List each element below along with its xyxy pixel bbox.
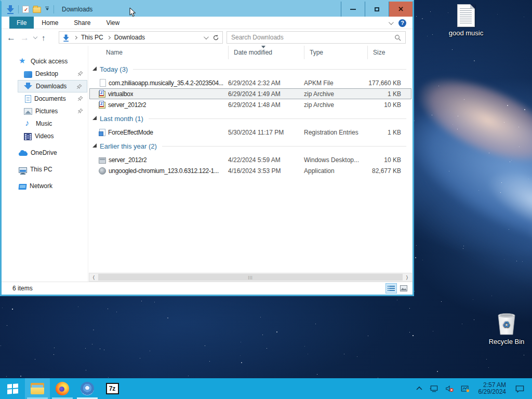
file-group: Earlier this year (2)server_2012r24/22/2… (88, 140, 413, 176)
desktop-icon (24, 71, 32, 78)
sidebar-item-downloads[interactable]: Downloads (18, 80, 87, 92)
pin-icon (77, 71, 83, 76)
address-dropdown-chevron-icon[interactable] (204, 34, 209, 39)
file-file-icon (100, 79, 106, 87)
explorer-window: Downloads ✕ FileHomeShareView ? ← → ↑ Th… (0, 0, 414, 296)
file-row[interactable]: server_2012r24/22/2024 5:59 AMWindows De… (89, 154, 411, 165)
address-bar[interactable]: This PC Downloads (59, 31, 223, 44)
file-row[interactable]: com.zhiliaoapp.musically_35.4.2-2023504.… (89, 77, 411, 88)
group-header[interactable]: Today (3) (88, 63, 413, 75)
file-list: Today (3)com.zhiliaoapp.musically_35.4.2… (88, 59, 413, 273)
ribbon-tab-share[interactable]: Share (66, 17, 98, 29)
breadcrumb-this-pc[interactable]: This PC (81, 34, 103, 41)
sidebar-item-desktop[interactable]: Desktop (2, 68, 88, 80)
scroll-right-arrow[interactable]: 〉 (403, 273, 411, 281)
taskbar-firefox[interactable] (50, 378, 75, 399)
tray-expand-chevron-icon[interactable] (416, 385, 423, 392)
status-bar: 6 items (2, 282, 413, 295)
taskbar-7zip[interactable]: 7z (100, 378, 125, 399)
ribbon-tab-file[interactable]: File (9, 17, 34, 29)
file-type: zip Archive (304, 90, 367, 98)
file-name-cell: ungoogled-chromium_123.0.6312.122-1... (90, 167, 228, 175)
close-button[interactable]: ✕ (389, 2, 413, 17)
sidebar-item-pictures[interactable]: Pictures (2, 105, 88, 117)
ribbon-tab-home[interactable]: Home (34, 17, 66, 29)
pc-icon (19, 167, 27, 173)
group-header[interactable]: Earlier this year (2) (88, 140, 413, 152)
sidebar-item-music[interactable]: Music (2, 117, 88, 130)
collapse-triangle-icon[interactable] (92, 143, 97, 148)
zip-file-icon (99, 91, 105, 98)
window-title: Downloads (62, 6, 92, 13)
new-folder-icon[interactable] (33, 7, 41, 13)
file-row[interactable]: ForceEffectMode5/30/2024 11:17 PMRegistr… (89, 127, 411, 138)
firefox-icon (56, 382, 69, 395)
sidebar-item-label: This PC (30, 166, 52, 173)
properties-icon[interactable] (22, 6, 29, 13)
back-button[interactable]: ← (7, 33, 16, 42)
collapse-triangle-icon[interactable] (92, 116, 97, 120)
file-name-cell: server_2012r2 (90, 156, 228, 164)
column-header-name[interactable]: Name (88, 46, 229, 59)
column-header-date-modified[interactable]: Date modified (229, 46, 304, 59)
details-view-button[interactable] (385, 283, 397, 294)
taskbar-file-explorer[interactable] (25, 378, 50, 399)
large-icons-view-button[interactable] (398, 283, 409, 294)
file-row[interactable]: ungoogled-chromium_123.0.6312.122-1...4/… (89, 165, 411, 176)
column-header-type[interactable]: Type (304, 46, 368, 59)
navigation-bar: ← → ↑ This PC Downloads (2, 29, 413, 46)
file-row[interactable]: server_2012r26/29/2024 1:48 AMzip Archiv… (89, 99, 411, 110)
help-icon[interactable]: ? (398, 19, 406, 27)
refresh-icon[interactable] (212, 34, 219, 41)
recent-locations-chevron-icon[interactable] (33, 34, 37, 38)
desktop-icon-label: good music (446, 29, 486, 37)
column-header-size[interactable]: Size (368, 46, 413, 59)
chromium-icon (81, 382, 94, 395)
maximize-button[interactable] (365, 2, 389, 17)
sidebar-item-network[interactable]: Network (2, 180, 88, 192)
horizontal-scrollbar[interactable]: 〈 ||| 〉 (89, 273, 412, 282)
breadcrumb-downloads[interactable]: Downloads (114, 34, 145, 41)
file-type: Registration Entries (304, 129, 367, 136)
search-box[interactable] (227, 31, 406, 44)
sidebar-item-quick-access[interactable]: Quick access (2, 55, 88, 68)
group-header[interactable]: Last month (1) (88, 113, 413, 124)
group-label: Today (3) (100, 65, 128, 73)
scroll-left-arrow[interactable]: 〈 (89, 273, 98, 281)
file-name: ungoogled-chromium_123.0.6312.122-1... (109, 167, 219, 175)
desktop-icon-good-music[interactable]: good music (446, 4, 486, 37)
windows-logo-icon (7, 383, 18, 394)
sidebar-item-onedrive[interactable]: OneDrive (2, 147, 88, 159)
file-row[interactable]: virtualbox6/29/2024 1:49 AMzip Archive1 … (89, 88, 411, 99)
pic-icon (24, 108, 32, 115)
desktop-icon-label: Recycle Bin (487, 338, 526, 345)
search-input[interactable] (227, 34, 394, 41)
desktop-icon-recycle-bin[interactable]: ♻ Recycle Bin (487, 311, 526, 345)
cloud-icon (19, 149, 28, 157)
pin-icon (77, 96, 83, 101)
file-date: 4/22/2024 5:59 AM (228, 156, 304, 164)
network-icon[interactable] (430, 384, 438, 393)
sidebar-item-label: Pictures (35, 108, 58, 115)
file-name: com.zhiliaoapp.musically_35.4.2-2023504.… (109, 79, 223, 87)
expand-ribbon-chevron-icon[interactable] (389, 20, 394, 25)
taskbar-clock[interactable]: 2:57 AM 6/29/2024 (478, 382, 506, 395)
sidebar-item-documents[interactable]: Documents (2, 92, 88, 105)
sidebar-item-videos[interactable]: Videos (2, 130, 88, 142)
collapse-triangle-icon[interactable] (92, 66, 97, 71)
volume-muted-icon[interactable] (445, 384, 454, 393)
minimize-button[interactable] (341, 2, 365, 17)
ribbon-tab-view[interactable]: View (98, 17, 127, 29)
start-button[interactable] (0, 378, 25, 399)
search-icon[interactable] (394, 34, 401, 41)
title-bar[interactable]: Downloads ✕ (2, 2, 413, 17)
scrollbar-thumb[interactable]: ||| (98, 274, 403, 281)
sidebar-item-this-pc[interactable]: This PC (2, 163, 88, 176)
forward-button[interactable]: → (20, 33, 29, 42)
customize-qat-chevron-icon[interactable] (45, 7, 50, 12)
action-center-icon[interactable] (515, 384, 525, 393)
up-button[interactable]: ↑ (42, 34, 46, 42)
security-icon[interactable] (461, 384, 470, 393)
group-label: Last month (1) (100, 115, 143, 123)
taskbar-chromium[interactable] (75, 378, 100, 399)
